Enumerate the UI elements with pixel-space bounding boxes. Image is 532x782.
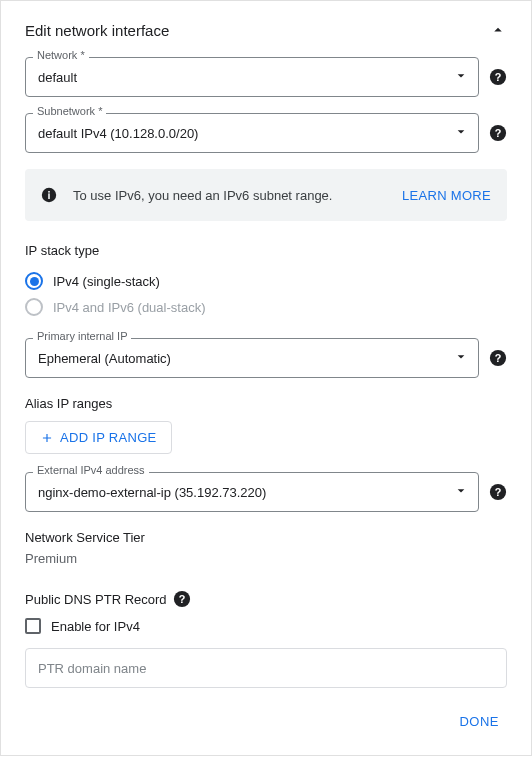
svg-rect-6: [48, 191, 50, 193]
add-ip-range-label: ADD IP RANGE: [60, 430, 157, 445]
svg-text:?: ?: [178, 593, 185, 605]
subnetwork-label: Subnetwork *: [33, 105, 106, 117]
svg-text:?: ?: [495, 486, 502, 498]
primary-internal-value: Ephemeral (Automatic): [38, 351, 171, 366]
external-ipv4-field: External IPv4 address nginx-demo-externa…: [25, 472, 507, 512]
help-icon[interactable]: ?: [489, 124, 507, 142]
network-value: default: [38, 70, 77, 85]
radio-icon: [25, 272, 43, 290]
collapse-icon[interactable]: [489, 21, 507, 39]
ip-stack-label: IP stack type: [25, 243, 507, 258]
primary-internal-select[interactable]: Ephemeral (Automatic): [25, 338, 479, 378]
svg-text:?: ?: [495, 352, 502, 364]
checkbox-icon: [25, 618, 41, 634]
plus-icon: [40, 431, 54, 445]
network-field: Network * default ?: [25, 57, 507, 97]
help-icon[interactable]: ?: [489, 483, 507, 501]
network-label: Network *: [33, 49, 89, 61]
radio-ipv4-single[interactable]: IPv4 (single-stack): [25, 268, 507, 294]
primary-internal-label: Primary internal IP: [33, 330, 131, 342]
enable-ipv4-label: Enable for IPv4: [51, 619, 140, 634]
external-ipv4-select[interactable]: nginx-demo-external-ip (35.192.73.220): [25, 472, 479, 512]
ipv6-info-banner: To use IPv6, you need an IPv6 subnet ran…: [25, 169, 507, 221]
panel-header: Edit network interface: [25, 21, 507, 39]
panel-title: Edit network interface: [25, 22, 169, 39]
external-ipv4-value: nginx-demo-external-ip (35.192.73.220): [38, 485, 266, 500]
ptr-record-label: Public DNS PTR Record ?: [25, 590, 507, 608]
help-icon[interactable]: ?: [489, 68, 507, 86]
alias-ip-label: Alias IP ranges: [25, 396, 507, 411]
ptr-record-label-text: Public DNS PTR Record: [25, 592, 167, 607]
primary-internal-ip-field: Primary internal IP Ephemeral (Automatic…: [25, 338, 507, 378]
learn-more-link[interactable]: LEARN MORE: [402, 188, 491, 203]
edit-network-interface-panel: Edit network interface Network * default…: [0, 0, 532, 756]
external-ipv4-label: External IPv4 address: [33, 464, 149, 476]
svg-text:?: ?: [495, 127, 502, 139]
ptr-domain-input[interactable]: [25, 648, 507, 688]
network-service-tier-value: Premium: [25, 551, 507, 566]
info-icon: [41, 187, 57, 203]
add-ip-range-button[interactable]: ADD IP RANGE: [25, 421, 172, 454]
subnetwork-field: Subnetwork * default IPv4 (10.128.0.0/20…: [25, 113, 507, 153]
radio-ipv4-ipv6-dual: IPv4 and IPv6 (dual-stack): [25, 294, 507, 320]
help-icon[interactable]: ?: [173, 590, 191, 608]
network-select[interactable]: default: [25, 57, 479, 97]
radio-label: IPv4 and IPv6 (dual-stack): [53, 300, 205, 315]
radio-icon: [25, 298, 43, 316]
svg-rect-5: [48, 193, 50, 199]
help-icon[interactable]: ?: [489, 349, 507, 367]
info-text: To use IPv6, you need an IPv6 subnet ran…: [73, 188, 386, 203]
subnetwork-select[interactable]: default IPv4 (10.128.0.0/20): [25, 113, 479, 153]
ip-stack-radio-group: IPv4 (single-stack) IPv4 and IPv6 (dual-…: [25, 268, 507, 320]
enable-ipv4-checkbox-row[interactable]: Enable for IPv4: [25, 618, 507, 634]
done-button[interactable]: DONE: [451, 708, 507, 735]
subnetwork-value: default IPv4 (10.128.0.0/20): [38, 126, 198, 141]
svg-text:?: ?: [495, 71, 502, 83]
network-service-tier-label: Network Service Tier: [25, 530, 507, 545]
radio-label: IPv4 (single-stack): [53, 274, 160, 289]
actions-row: DONE: [25, 708, 507, 735]
